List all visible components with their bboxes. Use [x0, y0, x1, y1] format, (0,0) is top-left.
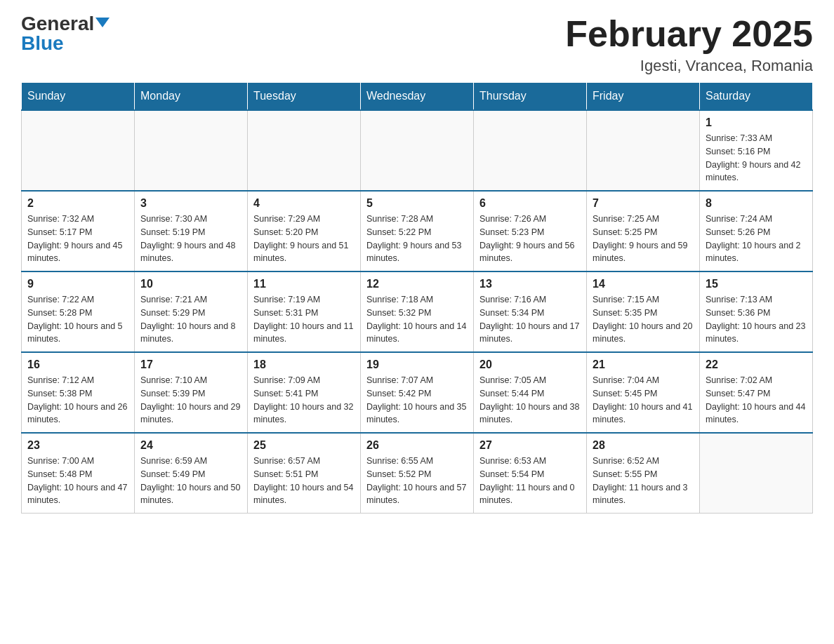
table-row: 2Sunrise: 7:32 AMSunset: 5:17 PMDaylight… — [22, 191, 135, 271]
day-number: 22 — [706, 358, 807, 371]
table-row: 22Sunrise: 7:02 AMSunset: 5:47 PMDayligh… — [700, 352, 813, 433]
day-info: Sunrise: 6:52 AMSunset: 5:55 PMDaylight:… — [593, 455, 694, 507]
title-section: February 2025 Igesti, Vrancea, Romania — [565, 14, 813, 75]
day-number: 17 — [140, 358, 241, 371]
calendar-header-row: Sunday Monday Tuesday Wednesday Thursday… — [22, 83, 813, 111]
table-row — [248, 110, 361, 191]
table-row: 3Sunrise: 7:30 AMSunset: 5:19 PMDaylight… — [135, 191, 248, 271]
table-row: 13Sunrise: 7:16 AMSunset: 5:34 PMDayligh… — [474, 271, 587, 352]
day-info: Sunrise: 7:30 AMSunset: 5:19 PMDaylight:… — [140, 213, 241, 265]
day-info: Sunrise: 7:29 AMSunset: 5:20 PMDaylight:… — [253, 213, 355, 265]
calendar-week-row: 2Sunrise: 7:32 AMSunset: 5:17 PMDaylight… — [22, 191, 813, 271]
table-row: 20Sunrise: 7:05 AMSunset: 5:44 PMDayligh… — [474, 352, 587, 433]
day-number: 14 — [593, 278, 694, 290]
page-header: GeneralBlue February 2025 Igesti, Vrance… — [21, 14, 813, 75]
day-number: 11 — [253, 278, 355, 290]
day-number: 2 — [27, 197, 128, 210]
day-number: 16 — [27, 358, 128, 371]
day-info: Sunrise: 7:02 AMSunset: 5:47 PMDaylight:… — [706, 374, 807, 427]
table-row: 25Sunrise: 6:57 AMSunset: 5:51 PMDayligh… — [248, 433, 361, 514]
table-row: 17Sunrise: 7:10 AMSunset: 5:39 PMDayligh… — [135, 352, 248, 433]
table-row — [474, 110, 587, 191]
day-info: Sunrise: 7:19 AMSunset: 5:31 PMDaylight:… — [253, 293, 355, 346]
day-number: 19 — [366, 358, 468, 371]
day-number: 28 — [593, 439, 694, 452]
day-number: 20 — [479, 358, 581, 371]
calendar-week-row: 9Sunrise: 7:22 AMSunset: 5:28 PMDaylight… — [22, 271, 813, 352]
calendar-week-row: 23Sunrise: 7:00 AMSunset: 5:48 PMDayligh… — [22, 433, 813, 514]
col-monday: Monday — [135, 83, 248, 111]
day-number: 1 — [706, 116, 807, 129]
table-row: 15Sunrise: 7:13 AMSunset: 5:36 PMDayligh… — [700, 271, 813, 352]
day-number: 7 — [593, 197, 694, 210]
day-info: Sunrise: 7:32 AMSunset: 5:17 PMDaylight:… — [27, 213, 128, 265]
day-info: Sunrise: 7:13 AMSunset: 5:36 PMDaylight:… — [706, 293, 807, 346]
day-number: 25 — [253, 439, 355, 452]
table-row — [587, 110, 700, 191]
month-title: February 2025 — [565, 14, 813, 54]
day-number: 18 — [253, 358, 355, 371]
day-info: Sunrise: 7:24 AMSunset: 5:26 PMDaylight:… — [706, 213, 807, 265]
day-info: Sunrise: 7:04 AMSunset: 5:45 PMDaylight:… — [593, 374, 694, 427]
table-row — [22, 110, 135, 191]
table-row: 16Sunrise: 7:12 AMSunset: 5:38 PMDayligh… — [22, 352, 135, 433]
table-row: 6Sunrise: 7:26 AMSunset: 5:23 PMDaylight… — [474, 191, 587, 271]
table-row: 8Sunrise: 7:24 AMSunset: 5:26 PMDaylight… — [700, 191, 813, 271]
col-friday: Friday — [587, 83, 700, 111]
table-row: 19Sunrise: 7:07 AMSunset: 5:42 PMDayligh… — [361, 352, 474, 433]
day-number: 4 — [253, 197, 355, 210]
day-number: 21 — [593, 358, 694, 371]
table-row: 18Sunrise: 7:09 AMSunset: 5:41 PMDayligh… — [248, 352, 361, 433]
col-sunday: Sunday — [22, 83, 135, 111]
table-row: 5Sunrise: 7:28 AMSunset: 5:22 PMDaylight… — [361, 191, 474, 271]
table-row: 28Sunrise: 6:52 AMSunset: 5:55 PMDayligh… — [587, 433, 700, 514]
table-row — [135, 110, 248, 191]
day-info: Sunrise: 7:18 AMSunset: 5:32 PMDaylight:… — [366, 293, 468, 346]
day-info: Sunrise: 7:00 AMSunset: 5:48 PMDaylight:… — [27, 455, 128, 507]
table-row: 23Sunrise: 7:00 AMSunset: 5:48 PMDayligh… — [22, 433, 135, 514]
logo: GeneralBlue — [21, 14, 110, 53]
day-info: Sunrise: 6:53 AMSunset: 5:54 PMDaylight:… — [479, 455, 581, 507]
table-row: 26Sunrise: 6:55 AMSunset: 5:52 PMDayligh… — [361, 433, 474, 514]
day-number: 26 — [366, 439, 468, 452]
table-row: 14Sunrise: 7:15 AMSunset: 5:35 PMDayligh… — [587, 271, 700, 352]
day-info: Sunrise: 7:12 AMSunset: 5:38 PMDaylight:… — [27, 374, 128, 427]
day-info: Sunrise: 7:22 AMSunset: 5:28 PMDaylight:… — [27, 293, 128, 346]
day-number: 6 — [479, 197, 581, 210]
logo-triangle-icon — [95, 18, 110, 27]
day-info: Sunrise: 7:05 AMSunset: 5:44 PMDaylight:… — [479, 374, 581, 427]
table-row: 27Sunrise: 6:53 AMSunset: 5:54 PMDayligh… — [474, 433, 587, 514]
table-row: 1Sunrise: 7:33 AMSunset: 5:16 PMDaylight… — [700, 110, 813, 191]
col-tuesday: Tuesday — [248, 83, 361, 111]
calendar-table: Sunday Monday Tuesday Wednesday Thursday… — [21, 82, 813, 514]
table-row: 12Sunrise: 7:18 AMSunset: 5:32 PMDayligh… — [361, 271, 474, 352]
table-row: 11Sunrise: 7:19 AMSunset: 5:31 PMDayligh… — [248, 271, 361, 352]
day-number: 3 — [140, 197, 241, 210]
day-info: Sunrise: 7:07 AMSunset: 5:42 PMDaylight:… — [366, 374, 468, 427]
day-number: 9 — [27, 278, 128, 290]
day-info: Sunrise: 6:59 AMSunset: 5:49 PMDaylight:… — [140, 455, 241, 507]
day-info: Sunrise: 7:10 AMSunset: 5:39 PMDaylight:… — [140, 374, 241, 427]
col-thursday: Thursday — [474, 83, 587, 111]
table-row — [700, 433, 813, 514]
col-saturday: Saturday — [700, 83, 813, 111]
day-info: Sunrise: 7:16 AMSunset: 5:34 PMDaylight:… — [479, 293, 581, 346]
table-row: 10Sunrise: 7:21 AMSunset: 5:29 PMDayligh… — [135, 271, 248, 352]
day-number: 5 — [366, 197, 468, 210]
day-info: Sunrise: 7:25 AMSunset: 5:25 PMDaylight:… — [593, 213, 694, 265]
table-row: 24Sunrise: 6:59 AMSunset: 5:49 PMDayligh… — [135, 433, 248, 514]
calendar-week-row: 16Sunrise: 7:12 AMSunset: 5:38 PMDayligh… — [22, 352, 813, 433]
table-row — [361, 110, 474, 191]
day-number: 12 — [366, 278, 468, 290]
calendar-week-row: 1Sunrise: 7:33 AMSunset: 5:16 PMDaylight… — [22, 110, 813, 191]
day-info: Sunrise: 7:26 AMSunset: 5:23 PMDaylight:… — [479, 213, 581, 265]
day-number: 24 — [140, 439, 241, 452]
day-number: 27 — [479, 439, 581, 452]
day-info: Sunrise: 7:33 AMSunset: 5:16 PMDaylight:… — [706, 132, 807, 185]
day-info: Sunrise: 6:55 AMSunset: 5:52 PMDaylight:… — [366, 455, 468, 507]
location: Igesti, Vrancea, Romania — [565, 57, 813, 75]
day-info: Sunrise: 7:28 AMSunset: 5:22 PMDaylight:… — [366, 213, 468, 265]
day-info: Sunrise: 7:09 AMSunset: 5:41 PMDaylight:… — [253, 374, 355, 427]
logo-text: GeneralBlue — [21, 14, 110, 53]
day-info: Sunrise: 6:57 AMSunset: 5:51 PMDaylight:… — [253, 455, 355, 507]
